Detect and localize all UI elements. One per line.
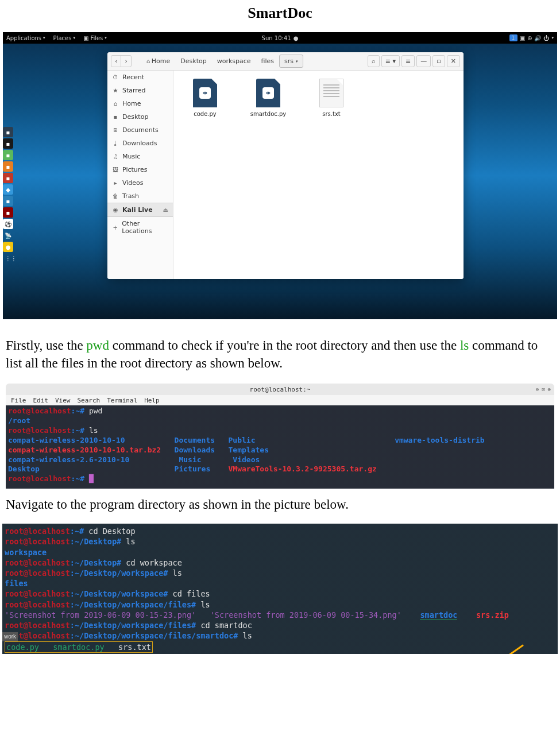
fm-sidebar: ⏱Recent ★Starred ⌂Home ▪Desktop 🗎Documen… xyxy=(107,71,173,279)
maximize-button[interactable]: ▫ xyxy=(432,55,445,67)
menu-help[interactable]: Help xyxy=(141,397,163,404)
nav-back-button[interactable]: ‹ xyxy=(111,56,121,67)
menu-terminal[interactable]: Terminal xyxy=(104,397,140,404)
dock-app-3[interactable]: ▪ xyxy=(3,150,13,160)
dock-app-10[interactable]: 📡 xyxy=(3,230,13,241)
dock-app-9[interactable]: ⚽ xyxy=(3,219,13,229)
ls-smartdoc: smartdoc xyxy=(420,610,457,620)
sidebar-other-locations[interactable]: +Other Locations xyxy=(107,217,173,238)
camera-icon[interactable]: ▣ xyxy=(520,35,525,41)
fm-content[interactable]: ⚭ code.py ⚭ smartdoc.py srs.txt xyxy=(173,71,464,279)
picture-icon: 🖼 xyxy=(112,167,119,173)
sidebar-trash[interactable]: 🗑Trash xyxy=(107,189,173,203)
dock-app-6[interactable]: ◆ xyxy=(3,184,13,195)
sidebar-music[interactable]: ♫Music xyxy=(107,150,173,163)
ls-item: compat-wireless-2010-10-10 xyxy=(8,436,125,444)
file-code-py[interactable]: ⚭ code.py xyxy=(185,79,225,117)
terminal-output[interactable]: root@localhost:~# pwd /root root@localho… xyxy=(6,405,554,489)
menu-search[interactable]: Search xyxy=(75,397,103,404)
desktop-icon: ▪ xyxy=(112,114,119,120)
plus-icon: + xyxy=(112,225,118,231)
crumb-workspace[interactable]: workspace xyxy=(212,55,256,68)
dock-app-2[interactable]: ▪ xyxy=(3,138,13,149)
clock-icon: ⏱ xyxy=(112,74,119,80)
volume-icon[interactable]: 🔊 xyxy=(534,35,541,41)
text-file-icon xyxy=(319,79,343,107)
taskbar-label: work xyxy=(2,632,18,641)
python-file-icon: ⚭ xyxy=(193,79,217,107)
menu-applications[interactable]: Applications▾ xyxy=(3,35,49,41)
terminal-title: root@localhost:~ xyxy=(250,386,311,393)
video-icon: ▸ xyxy=(112,180,119,186)
crumb-home[interactable]: ⌂Home xyxy=(140,55,175,68)
sidebar-kali-live[interactable]: ◉Kali Live xyxy=(107,203,173,217)
dock-app-7[interactable]: ▪ xyxy=(3,196,13,206)
dock-app-1[interactable]: ▪ xyxy=(3,127,13,137)
drive-icon: ◉ xyxy=(112,207,119,213)
menu-file[interactable]: File xyxy=(8,397,29,404)
crumb-desktop[interactable]: Desktop xyxy=(175,55,211,68)
desktop-screenshot: Applications▾ Places▾ ▣Files▾ Sun 10:41●… xyxy=(3,32,557,319)
menu-files[interactable]: ▣Files▾ xyxy=(80,35,110,41)
dock: ▪ ▪ ▪ ▪ ▪ ◆ ▪ ▪ ⚽ 📡 ● ⋮⋮⋮ xyxy=(3,127,13,264)
instruction-para-2: Navigate to the program directory as sho… xyxy=(0,489,560,521)
dock-apps-grid[interactable]: ⋮⋮⋮ xyxy=(3,253,13,264)
python-file-icon: ⚭ xyxy=(256,79,280,107)
sidebar-documents[interactable]: 🗎Documents xyxy=(107,123,173,137)
dock-app-4[interactable]: ▪ xyxy=(3,161,13,172)
terminal-screenshot-pwd-ls: root@localhost:~ ⊖ ⊡ ⊗ File Edit View Se… xyxy=(6,384,554,489)
home-icon: ⌂ xyxy=(112,100,119,107)
download-icon: ⭳ xyxy=(112,140,119,146)
close-button[interactable]: ✕ xyxy=(447,55,460,67)
file-srs-txt[interactable]: srs.txt xyxy=(311,79,352,117)
ls-workspace: workspace xyxy=(5,548,47,557)
file-label: srs.txt xyxy=(322,111,340,117)
sidebar-videos[interactable]: ▸Videos xyxy=(107,176,173,189)
doc-icon: 🗎 xyxy=(112,127,119,133)
sidebar-downloads[interactable]: ⭳Downloads xyxy=(107,137,173,150)
sidebar-starred[interactable]: ★Starred xyxy=(107,84,173,97)
sidebar-recent[interactable]: ⏱Recent xyxy=(107,71,173,84)
crumb-files[interactable]: files xyxy=(256,55,279,68)
terminal-output[interactable]: root@localhost:~# cd Desktop root@localh… xyxy=(5,526,555,653)
cursor: █ xyxy=(89,474,94,483)
workspace-badge[interactable]: 1 xyxy=(509,34,517,41)
maximize-icon[interactable]: ⊡ xyxy=(542,386,544,392)
terminal-screenshot-navigate: root@localhost:~# cd Desktop root@localh… xyxy=(2,524,558,654)
menu-places[interactable]: Places▾ xyxy=(50,35,79,41)
menu-edit[interactable]: Edit xyxy=(30,397,52,404)
search-button[interactable]: ⌕ xyxy=(368,55,380,67)
dock-app-8[interactable]: ▪ xyxy=(3,207,13,218)
breadcrumb: ⌂Home Desktop workspace files srs▾ xyxy=(140,55,303,68)
clock[interactable]: Sun 10:41● xyxy=(262,35,299,41)
crumb-srs[interactable]: srs▾ xyxy=(279,55,303,68)
file-manager-window: ‹ › ⌂Home Desktop workspace files srs▾ ⌕… xyxy=(107,52,464,279)
network-icon[interactable]: ⊕ xyxy=(527,35,532,41)
sidebar-home[interactable]: ⌂Home xyxy=(107,97,173,110)
fm-toolbar: ‹ › ⌂Home Desktop workspace files srs▾ ⌕… xyxy=(107,52,464,71)
nav-forward-button[interactable]: › xyxy=(121,56,130,67)
power-icon[interactable]: ⏻ xyxy=(543,35,549,41)
home-icon: ⌂ xyxy=(145,58,152,64)
file-smartdoc-py[interactable]: ⚭ smartdoc.py xyxy=(248,79,288,117)
cmd-ls: ls xyxy=(460,338,469,353)
terminal-menubar: File Edit View Search Terminal Help xyxy=(6,395,554,405)
sidebar-desktop[interactable]: ▪Desktop xyxy=(107,110,173,123)
sidebar-pictures[interactable]: 🖼Pictures xyxy=(107,163,173,176)
music-icon: ♫ xyxy=(112,153,119,160)
menu-view[interactable]: View xyxy=(52,397,74,404)
page-title: SmartDoc xyxy=(0,0,560,26)
gnome-topbar: Applications▾ Places▾ ▣Files▾ Sun 10:41●… xyxy=(3,32,557,44)
dock-app-5[interactable]: ▪ xyxy=(3,173,13,183)
minimize-icon[interactable]: ⊖ xyxy=(536,386,539,392)
ls-files: files xyxy=(5,579,28,588)
dock-app-11[interactable]: ● xyxy=(3,242,13,252)
terminal-titlebar: root@localhost:~ ⊖ ⊡ ⊗ xyxy=(6,384,554,395)
minimize-button[interactable]: — xyxy=(416,55,431,67)
view-list-button[interactable]: ≡ ▾ xyxy=(381,55,400,67)
hamburger-button[interactable]: ≡ xyxy=(401,55,415,67)
close-icon[interactable]: ⊗ xyxy=(548,386,551,392)
instruction-para-1: Firstly, use the pwd command to check if… xyxy=(0,319,560,384)
highlighted-output: code.py smartdoc.py srs.txt xyxy=(5,641,153,653)
folder-icon: ▣ xyxy=(83,35,88,41)
